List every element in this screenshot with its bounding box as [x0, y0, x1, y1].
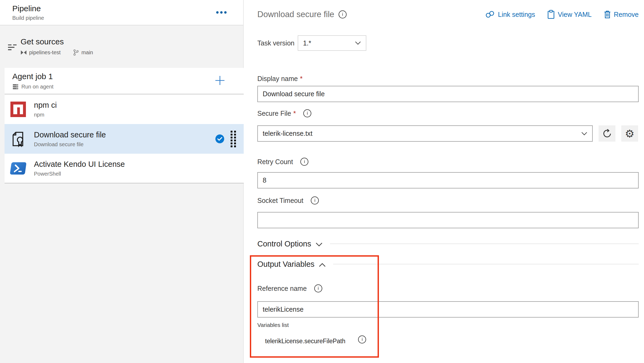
reference-name-input[interactable] [257, 301, 639, 318]
remove-button[interactable]: Remove [604, 10, 639, 19]
task-subtitle: Download secure file [34, 141, 106, 148]
info-icon[interactable]: i [311, 196, 319, 204]
output-variable-item: telerikLicense.secureFilePath i [265, 336, 639, 346]
task-item-activate-kendo-license[interactable]: Activate Kendo UI License PowerShell [5, 154, 244, 183]
get-sources-icon [6, 42, 17, 53]
chevron-down-icon [316, 242, 323, 247]
selected-check-icon [215, 134, 224, 143]
sidebar: Pipeline Build pipeline Get sources pipe… [0, 0, 244, 363]
agent-server-icon [12, 83, 19, 90]
retry-count-input[interactable] [257, 172, 639, 188]
task-title: Download secure file [34, 130, 106, 139]
pipeline-header-text: Pipeline Build pipeline [12, 4, 44, 21]
sidebar-item-agent-job[interactable]: Agent job 1 Run on agent [5, 68, 244, 94]
link-settings-button[interactable]: Link settings [485, 11, 535, 18]
section-control-options[interactable]: Control Options [257, 238, 639, 249]
secure-file-icon [10, 131, 26, 147]
task-title: npm ci [34, 101, 57, 110]
info-icon[interactable]: i [358, 335, 366, 343]
gear-icon: ⚙ [625, 128, 635, 139]
secure-file-row: telerik-license.txt ⚙ [257, 125, 639, 142]
section-divider [333, 264, 639, 264]
socket-timeout-label: Socket Timeout i [257, 196, 639, 204]
secure-file-select[interactable]: telerik-license.txt [257, 125, 593, 142]
npm-icon [10, 102, 26, 117]
agent-job-card: Agent job 1 Run on agent [5, 68, 244, 183]
sidebar-empty-area [0, 183, 243, 363]
socket-timeout-input[interactable] [257, 212, 639, 228]
clipboard-icon [547, 10, 555, 19]
branch-icon [73, 49, 79, 56]
agent-job-subtitle: Run on agent [21, 84, 53, 90]
chevron-down-icon [581, 132, 587, 136]
required-marker: * [300, 75, 302, 83]
retry-count-label: Retry Count i [257, 158, 639, 166]
pipeline-header: Pipeline Build pipeline [0, 0, 243, 25]
task-version-select[interactable]: 1.* [298, 35, 366, 51]
branch-name: main [82, 49, 93, 56]
refresh-button[interactable] [599, 125, 615, 142]
add-task-button[interactable] [214, 74, 226, 87]
info-icon[interactable]: i [314, 284, 322, 292]
chevron-up-icon [319, 263, 326, 267]
task-item-npm-ci[interactable]: npm ci npm [5, 94, 244, 124]
settings-button[interactable]: ⚙ [621, 125, 638, 142]
task-title: Activate Kendo UI License [34, 160, 125, 169]
task-detail-panel: Download secure file i Link settings Vie… [244, 0, 644, 363]
section-divider [330, 244, 639, 244]
display-name-label: Display name * [257, 75, 639, 83]
task-subtitle: PowerShell [34, 171, 125, 177]
output-variable-name: telerikLicense.secureFilePath [265, 338, 345, 345]
pipeline-subtitle: Build pipeline [12, 15, 44, 21]
section-output-variables[interactable]: Output Variables [257, 258, 639, 270]
task-version-label: Task version [257, 39, 294, 47]
powershell-icon [10, 162, 26, 175]
task-subtitle: npm [34, 112, 57, 118]
secure-file-label: Secure File * i [257, 109, 639, 117]
chevron-down-icon [355, 41, 361, 45]
drag-handle[interactable] [231, 131, 236, 147]
display-name-input[interactable] [257, 86, 639, 102]
required-marker: * [293, 110, 296, 117]
variables-list-label: Variables list [257, 322, 639, 328]
refresh-icon [602, 129, 612, 139]
link-icon [485, 11, 495, 18]
panel-title: Download secure file [257, 10, 334, 19]
task-version-row: Task version 1.* [257, 35, 639, 51]
more-options-button[interactable] [215, 10, 228, 15]
sidebar-item-get-sources[interactable]: Get sources pipelines-test main [0, 25, 243, 68]
view-yaml-button[interactable]: View YAML [547, 10, 591, 19]
agent-job-title: Agent job 1 [12, 72, 244, 81]
info-icon[interactable]: i [339, 10, 347, 18]
trash-icon [604, 10, 611, 19]
info-icon[interactable]: i [303, 109, 311, 117]
pipeline-title: Pipeline [12, 4, 44, 13]
get-sources-title: Get sources [21, 37, 93, 46]
repository-name: pipelines-test [29, 49, 61, 56]
panel-header: Download secure file i Link settings Vie… [257, 8, 639, 21]
pipeline-editor: Pipeline Build pipeline Get sources pipe… [0, 0, 644, 363]
ellipsis-icon [216, 11, 219, 14]
info-icon[interactable]: i [300, 158, 308, 166]
plus-icon [214, 74, 226, 87]
repository-icon [21, 50, 27, 55]
task-item-download-secure-file[interactable]: Download secure file Download secure fil… [5, 124, 244, 154]
reference-name-label: Reference name i [257, 284, 639, 292]
